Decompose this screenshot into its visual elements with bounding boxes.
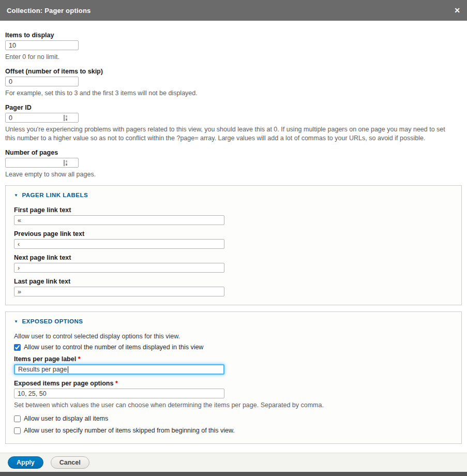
number-of-pages-input[interactable] [5, 158, 79, 168]
number-of-pages-label: Number of pages [5, 149, 462, 156]
allow-items-checkbox-label[interactable]: Allow user to control the number of item… [24, 344, 203, 351]
items-per-page-label: Items per page label * [14, 355, 453, 363]
close-icon[interactable]: ✕ [454, 7, 460, 14]
exposed-items-per-page-label: Exposed items per page options * [14, 380, 453, 387]
previous-page-link-input[interactable] [14, 239, 224, 249]
next-page-link-input[interactable] [14, 263, 224, 273]
allow-items-checkbox-row: Allow user to control the number of item… [14, 344, 453, 351]
label-text: Items per page label [14, 355, 76, 363]
dialog-title: Collection: Pager options [7, 7, 454, 14]
allow-all-checkbox[interactable] [14, 415, 21, 422]
allow-all-checkbox-label[interactable]: Allow user to display all items [24, 415, 108, 422]
pager-link-labels-legend[interactable]: ▼PAGER LINK LABELS [14, 192, 453, 198]
allow-items-checkbox[interactable] [14, 344, 21, 351]
allow-all-checkbox-row: Allow user to display all items [14, 415, 453, 422]
collapse-caret-icon: ▼ [14, 193, 18, 198]
first-page-link-label: First page link text [14, 206, 453, 214]
exposed-options-intro: Allow user to control selected display o… [14, 333, 453, 340]
page-background-strip [0, 472, 467, 476]
number-of-pages-description: Leave empty to show all pages. [5, 170, 454, 179]
next-page-link-label: Next page link text [14, 254, 453, 261]
label-text: Exposed items per page options [14, 380, 113, 387]
items-to-display-field: Items to display Enter 0 for no limit. [5, 32, 462, 62]
last-page-link-input[interactable] [14, 287, 224, 296]
items-per-page-label-field: Items per page label * Results per page [14, 355, 453, 375]
offset-field: Offset (number of items to skip) For exa… [5, 68, 462, 98]
pager-link-labels-fieldset: ▼PAGER LINK LABELS First page link text … [5, 185, 462, 305]
exposed-items-per-page-input[interactable] [14, 389, 224, 398]
first-page-link-input[interactable] [14, 215, 224, 225]
exposed-options-fieldset: ▼EXPOSED OPTIONS Allow user to control s… [5, 311, 462, 444]
pager-id-field: Pager ID Unless you're experiencing prob… [5, 104, 462, 143]
allow-skip-checkbox-label[interactable]: Allow user to specify number of items sk… [24, 427, 235, 434]
required-marker: * [115, 380, 118, 387]
offset-description: For example, set this to 3 and the first… [5, 89, 454, 98]
next-page-link-field: Next page link text [14, 254, 453, 273]
legend-text: EXPOSED OPTIONS [22, 318, 83, 324]
pager-id-label: Pager ID [5, 104, 462, 111]
offset-input[interactable] [5, 77, 79, 86]
items-per-page-label-input[interactable]: Results per page [14, 364, 224, 375]
first-page-link-field: First page link text [14, 206, 453, 225]
cancel-button[interactable]: Cancel [51, 456, 89, 469]
exposed-items-per-page-field: Exposed items per page options * Set bet… [14, 380, 453, 410]
items-to-display-description: Enter 0 for no limit. [5, 53, 454, 62]
items-to-display-input[interactable] [5, 40, 79, 50]
allow-skip-checkbox[interactable] [14, 427, 21, 434]
required-marker: * [78, 355, 81, 363]
dialog-footer: Apply Cancel [0, 453, 467, 472]
dialog-titlebar[interactable]: Collection: Pager options ✕ [0, 0, 467, 21]
number-of-pages-field: Number of pages Leave empty to show all … [5, 149, 462, 179]
exposed-options-legend[interactable]: ▼EXPOSED OPTIONS [14, 318, 453, 324]
previous-page-link-label: Previous page link text [14, 230, 453, 237]
legend-text: PAGER LINK LABELS [22, 192, 88, 198]
dialog-content: Items to display Enter 0 for no limit. O… [0, 21, 467, 476]
text-cursor [68, 366, 68, 373]
items-per-page-label-value: Results per page [18, 366, 67, 373]
apply-button[interactable]: Apply [8, 456, 43, 469]
previous-page-link-field: Previous page link text [14, 230, 453, 249]
exposed-items-per-page-description: Set between which values the user can ch… [14, 401, 453, 410]
pager-id-input[interactable] [5, 113, 79, 123]
offset-label: Offset (number of items to skip) [5, 68, 462, 75]
allow-skip-checkbox-row: Allow user to specify number of items sk… [14, 427, 453, 434]
pager-options-dialog: Collection: Pager options ✕ Items to dis… [0, 0, 467, 476]
pager-id-description: Unless you're experiencing problems with… [5, 125, 454, 143]
collapse-caret-icon: ▼ [14, 319, 18, 324]
items-to-display-label: Items to display [5, 32, 462, 39]
last-page-link-label: Last page link text [14, 278, 453, 285]
last-page-link-field: Last page link text [14, 278, 453, 296]
